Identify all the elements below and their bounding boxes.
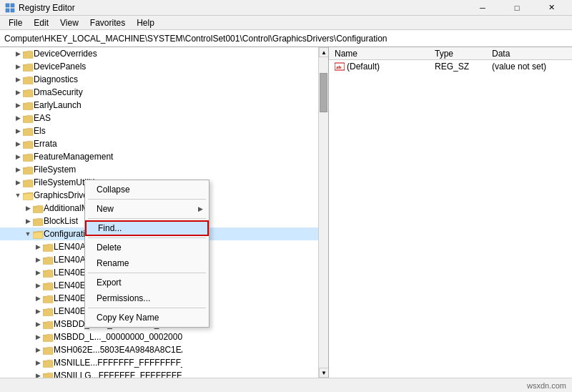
folder-icon — [23, 75, 34, 84]
window-title: Registry Editor — [19, 3, 75, 13]
tree-label: Els — [34, 126, 46, 136]
expander-icon: ▶ — [13, 126, 23, 136]
right-panel: Name Type Data ab (Default) REG_SZ (valu… — [329, 47, 572, 378]
svg-rect-11 — [23, 142, 33, 148]
right-cell-type: REG_SZ — [429, 62, 486, 72]
folder-icon — [23, 62, 34, 72]
folder-icon — [23, 139, 34, 149]
title-bar: Registry Editor ─ □ ✕ — [0, 0, 572, 16]
expander-icon: ▶ — [33, 280, 43, 290]
tree-scrollbar: ▲ ▼ — [318, 47, 328, 378]
tree-label: DeviceOverrides — [34, 49, 97, 59]
folder-icon — [23, 88, 34, 97]
ctx-copy-key-name[interactable]: Copy Key Name — [85, 310, 209, 325]
tree-item-eas[interactable]: ▶ EAS — [0, 112, 328, 124]
svg-rect-1 — [11, 4, 14, 7]
svg-rect-4 — [23, 52, 33, 58]
expander-icon: ▶ — [33, 242, 43, 252]
svg-rect-18 — [33, 232, 43, 238]
expander-icon: ▶ — [13, 49, 23, 59]
expander-icon: ▶ — [33, 306, 43, 316]
col-type-header: Type — [429, 49, 486, 59]
scroll-up-button[interactable]: ▲ — [319, 47, 329, 57]
ctx-export[interactable]: Export — [85, 275, 209, 290]
expander-icon: ▶ — [33, 371, 43, 378]
ctx-collapse[interactable]: Collapse — [85, 182, 209, 197]
ctx-new[interactable]: New — [85, 201, 209, 217]
status-bar: wsxdn.com — [0, 378, 572, 392]
tree-item-featuremanagement[interactable]: ▶ FeatureManagement — [0, 150, 328, 163]
tree-item-filesystem[interactable]: ▶ FileSystem — [0, 163, 328, 176]
svg-rect-5 — [23, 64, 33, 71]
svg-rect-16 — [33, 206, 43, 212]
ctx-permissions[interactable]: Permissions... — [85, 290, 209, 306]
folder-icon — [23, 127, 34, 136]
menu-help[interactable]: Help — [131, 16, 160, 29]
svg-rect-3 — [11, 9, 14, 12]
folder-icon — [23, 114, 34, 123]
menu-view[interactable]: View — [54, 16, 84, 29]
maximize-button[interactable]: □ — [500, 1, 533, 15]
svg-rect-14 — [23, 180, 33, 187]
expander-icon: ▶ — [33, 332, 43, 342]
col-name-header: Name — [329, 49, 429, 59]
expander-icon: ▶ — [23, 203, 33, 213]
svg-rect-13 — [23, 167, 33, 174]
right-panel-header: Name Type Data — [329, 47, 572, 60]
tree-item-els[interactable]: ▶ Els — [0, 124, 328, 137]
tree-item-msnille[interactable]: ▶ MSNILLE...FFFFFFF_FFFFFFFF_0^1 — [0, 356, 328, 369]
right-row-default[interactable]: ab (Default) REG_SZ (value not set) — [329, 60, 572, 73]
folder-icon — [33, 217, 44, 226]
tree-item-dmasecurity[interactable]: ▶ DmaSecurity — [0, 86, 328, 99]
tree-item-deviceoverrides[interactable]: ▶ DeviceOverrides — [0, 47, 328, 60]
ab-icon: ab — [335, 62, 345, 71]
close-button[interactable]: ✕ — [535, 1, 568, 15]
svg-rect-2 — [6, 9, 9, 12]
scroll-down-button[interactable]: ▼ — [319, 368, 329, 378]
context-menu: Collapse New Find... Delete Rename Expor… — [84, 180, 209, 328]
tree-item-msbdd-2[interactable]: ▶ MSBDD_L..._00000000_00020000_0 — [0, 330, 328, 343]
tree-label: Errata — [34, 139, 57, 149]
svg-text:ab: ab — [336, 64, 342, 70]
folder-icon — [43, 346, 54, 355]
menu-favorites[interactable]: Favorites — [84, 16, 131, 29]
title-controls: ─ □ ✕ — [466, 1, 568, 15]
tree-item-errata[interactable]: ▶ Errata — [0, 137, 328, 150]
expander-icon: ▶ — [13, 177, 23, 187]
address-bar: Computer\HKEY_LOCAL_MACHINE\SYSTEM\Contr… — [0, 30, 572, 47]
tree-label: MSBDD_L..._00000000_00020000_0 — [54, 332, 182, 342]
ctx-separator-3 — [88, 237, 206, 238]
tree-label: DevicePanels — [34, 62, 86, 72]
tree-item-msnillg[interactable]: ▶ MSNILLG...FFFFFFF_FFFFFFFF_0^ — [0, 369, 328, 378]
menu-edit[interactable]: Edit — [28, 16, 54, 29]
expander-icon: ▶ — [13, 87, 23, 97]
tree-label: Configuratio — [44, 229, 90, 239]
expander-icon: ▶ — [13, 165, 23, 175]
tree-label: DmaSecurity — [34, 87, 83, 97]
expander-icon: ▼ — [13, 190, 23, 200]
folder-icon — [33, 204, 44, 213]
tree-item-devicepanels[interactable]: ▶ DevicePanels — [0, 60, 328, 73]
expander-icon: ▶ — [13, 113, 23, 123]
tree-item-diagnostics[interactable]: ▶ Diagnostics — [0, 73, 328, 86]
tree-item-earlylaunch[interactable]: ▶ EarlyLaunch — [0, 99, 328, 112]
folder-icon — [43, 320, 54, 329]
svg-rect-9 — [23, 116, 33, 122]
scrollbar-thumb[interactable] — [320, 73, 327, 112]
tree-item-msh062e[interactable]: ▶ MSH062E...5803E4A9848A8C1EA7 — [0, 343, 328, 356]
expander-icon: ▶ — [33, 319, 43, 329]
expander-icon: ▶ — [23, 216, 33, 226]
menu-file[interactable]: File — [3, 16, 28, 29]
ctx-rename[interactable]: Rename — [85, 255, 209, 271]
minimize-button[interactable]: ─ — [466, 1, 499, 15]
expander-icon: ▼ — [23, 229, 33, 239]
ctx-find[interactable]: Find... — [85, 220, 209, 236]
ctx-separator-1 — [88, 199, 206, 200]
svg-rect-23 — [43, 296, 53, 303]
svg-rect-21 — [43, 270, 53, 277]
tree-label: EarlyLaunch — [34, 100, 82, 110]
expander-icon: ▶ — [13, 100, 23, 110]
ctx-delete[interactable]: Delete — [85, 240, 209, 255]
ctx-separator-5 — [88, 308, 206, 308]
app-icon — [4, 2, 16, 14]
